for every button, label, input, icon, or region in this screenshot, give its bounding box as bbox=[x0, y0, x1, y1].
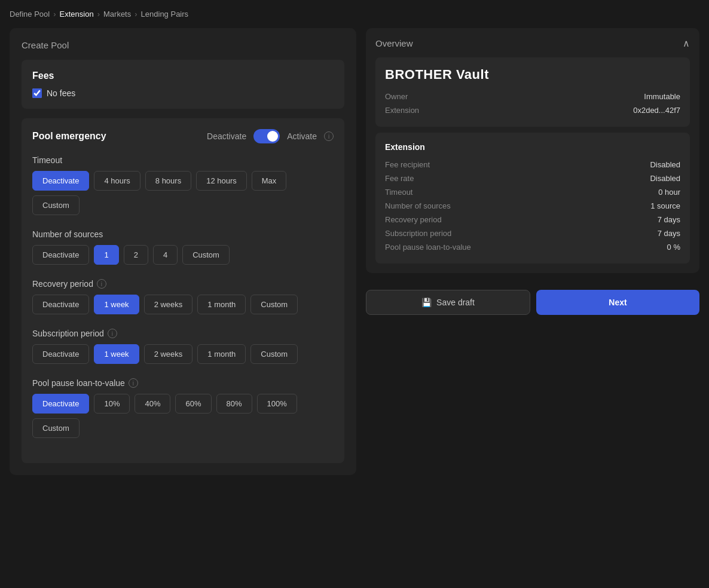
main-layout: Create Pool Fees No fees Pool emergency … bbox=[10, 28, 699, 475]
save-draft-label: Save draft bbox=[436, 298, 475, 307]
timeout-subsection: Timeout Deactivate 4 hours 8 hours 12 ho… bbox=[32, 155, 334, 215]
pause-ltv-60-btn[interactable]: 60% bbox=[175, 394, 211, 414]
save-icon: 💾 bbox=[421, 298, 432, 307]
fees-section: Fees No fees bbox=[22, 60, 344, 109]
action-row: 💾 Save draft Next bbox=[366, 290, 699, 315]
create-pool-title: Create Pool bbox=[22, 40, 344, 50]
vault-extension-val: 0x2ded...42f7 bbox=[633, 106, 680, 115]
sources-2-btn[interactable]: 2 bbox=[124, 245, 148, 265]
timeout-8h-btn[interactable]: 8 hours bbox=[145, 171, 191, 191]
breadcrumb-item-define-pool[interactable]: Define Pool bbox=[10, 10, 50, 19]
recovery-1week-btn[interactable]: 1 week bbox=[94, 295, 139, 314]
pause-ltv-80-btn[interactable]: 80% bbox=[216, 394, 252, 414]
recovery-subsection: Recovery period i Deactivate 1 week 2 we… bbox=[32, 279, 334, 314]
pause-ltv-custom-btn[interactable]: Custom bbox=[32, 418, 80, 438]
save-draft-button[interactable]: 💾 Save draft bbox=[366, 290, 530, 315]
ext-val-0: Disabled bbox=[650, 160, 680, 169]
breadcrumb-item-extension[interactable]: Extension bbox=[60, 10, 94, 19]
subscription-1week-btn[interactable]: 1 week bbox=[94, 344, 139, 364]
ext-key-0: Fee recipient bbox=[385, 160, 430, 169]
subscription-custom-btn[interactable]: Custom bbox=[250, 344, 298, 364]
left-panel: Create Pool Fees No fees Pool emergency … bbox=[10, 28, 356, 475]
extension-rows: Fee recipient Disabled Fee rate Disabled… bbox=[385, 158, 680, 254]
toggle-slider bbox=[253, 129, 280, 143]
timeout-btn-group: Deactivate 4 hours 8 hours 12 hours Max … bbox=[32, 171, 334, 215]
emergency-header: Pool emergency Deactivate Activate i bbox=[32, 129, 334, 143]
pause-ltv-btn-group: Deactivate 10% 40% 60% 80% 100% Custom bbox=[32, 394, 334, 438]
activate-label: Activate bbox=[287, 131, 317, 141]
emergency-info-icon[interactable]: i bbox=[324, 131, 334, 141]
ext-key-2: Timeout bbox=[385, 188, 412, 197]
vault-extension-key: Extension bbox=[385, 106, 419, 115]
vault-name: BROTHER Vault bbox=[385, 67, 680, 82]
timeout-custom-btn[interactable]: Custom bbox=[32, 195, 80, 215]
breadcrumb-sep-1: › bbox=[53, 10, 56, 19]
timeout-4h-btn[interactable]: 4 hours bbox=[94, 171, 140, 191]
recovery-1month-btn[interactable]: 1 month bbox=[197, 295, 246, 314]
overview-title: Overview bbox=[375, 38, 413, 48]
vault-owner-row: Owner Immutable bbox=[385, 90, 680, 103]
ext-val-4: 7 days bbox=[658, 215, 680, 224]
ext-key-6: Pool pause loan-to-value bbox=[385, 243, 471, 252]
collapse-button[interactable]: ∧ bbox=[683, 38, 690, 49]
breadcrumb: Define Pool › Extension › Markets › Lend… bbox=[10, 10, 699, 19]
ext-val-6: 0 % bbox=[667, 243, 680, 252]
pause-ltv-deactivate-btn[interactable]: Deactivate bbox=[32, 394, 89, 414]
emergency-title: Pool emergency bbox=[32, 131, 106, 142]
extension-details-title: Extension bbox=[385, 142, 680, 152]
sources-deactivate-btn[interactable]: Deactivate bbox=[32, 245, 89, 265]
recovery-info-icon[interactable]: i bbox=[97, 279, 106, 289]
pause-ltv-label: Pool pause loan-to-value i bbox=[32, 378, 334, 388]
ext-val-3: 1 source bbox=[650, 201, 680, 210]
subscription-label: Subscription period i bbox=[32, 329, 334, 338]
pause-ltv-10-btn[interactable]: 10% bbox=[94, 394, 130, 414]
no-fees-checkbox[interactable] bbox=[32, 88, 42, 98]
ext-row-5: Subscription period 7 days bbox=[385, 226, 680, 240]
ext-key-1: Fee rate bbox=[385, 174, 414, 183]
ext-key-5: Subscription period bbox=[385, 229, 451, 238]
pause-ltv-40-btn[interactable]: 40% bbox=[135, 394, 170, 414]
ext-key-4: Recovery period bbox=[385, 215, 442, 224]
no-fees-label[interactable]: No fees bbox=[47, 88, 75, 98]
sources-1-btn[interactable]: 1 bbox=[94, 245, 118, 265]
sources-subsection: Number of sources Deactivate 1 2 4 Custo… bbox=[32, 229, 334, 265]
right-panel: Overview ∧ BROTHER Vault Owner Immutable… bbox=[366, 28, 699, 475]
breadcrumb-item-markets[interactable]: Markets bbox=[103, 10, 131, 19]
subscription-info-icon[interactable]: i bbox=[108, 329, 117, 338]
timeout-label: Timeout bbox=[32, 155, 334, 165]
vault-owner-key: Owner bbox=[385, 92, 408, 101]
timeout-12h-btn[interactable]: 12 hours bbox=[196, 171, 247, 191]
pause-ltv-100-btn[interactable]: 100% bbox=[257, 394, 297, 414]
breadcrumb-sep-2: › bbox=[97, 10, 100, 19]
vault-extension-row: Extension 0x2ded...42f7 bbox=[385, 103, 680, 117]
ext-val-2: 0 hour bbox=[658, 188, 680, 197]
sources-custom-btn[interactable]: Custom bbox=[182, 245, 230, 265]
breadcrumb-item-lending-pairs[interactable]: Lending Pairs bbox=[141, 10, 189, 19]
timeout-deactivate-btn[interactable]: Deactivate bbox=[32, 171, 89, 191]
no-fees-row: No fees bbox=[32, 88, 334, 98]
ext-row-6: Pool pause loan-to-value 0 % bbox=[385, 240, 680, 254]
ext-row-1: Fee rate Disabled bbox=[385, 172, 680, 185]
recovery-label: Recovery period i bbox=[32, 279, 334, 289]
sources-btn-group: Deactivate 1 2 4 Custom bbox=[32, 245, 334, 265]
vault-owner-val: Immutable bbox=[644, 92, 680, 101]
emergency-toggle[interactable] bbox=[253, 129, 280, 143]
recovery-2weeks-btn[interactable]: 2 weeks bbox=[144, 295, 193, 314]
emergency-section: Pool emergency Deactivate Activate i Tim… bbox=[22, 118, 344, 463]
timeout-max-btn[interactable]: Max bbox=[252, 171, 287, 191]
sources-4-btn[interactable]: 4 bbox=[153, 245, 178, 265]
subscription-deactivate-btn[interactable]: Deactivate bbox=[32, 344, 89, 364]
sources-label: Number of sources bbox=[32, 229, 334, 239]
recovery-deactivate-btn[interactable]: Deactivate bbox=[32, 295, 89, 314]
recovery-btn-group: Deactivate 1 week 2 weeks 1 month Custom bbox=[32, 295, 334, 314]
ext-row-4: Recovery period 7 days bbox=[385, 213, 680, 226]
subscription-1month-btn[interactable]: 1 month bbox=[197, 344, 246, 364]
recovery-custom-btn[interactable]: Custom bbox=[250, 295, 298, 314]
subscription-subsection: Subscription period i Deactivate 1 week … bbox=[32, 329, 334, 364]
subscription-2weeks-btn[interactable]: 2 weeks bbox=[144, 344, 193, 364]
overview-card: Overview ∧ BROTHER Vault Owner Immutable… bbox=[366, 28, 699, 273]
next-button[interactable]: Next bbox=[536, 290, 699, 315]
overview-header: Overview ∧ bbox=[375, 38, 690, 49]
pause-ltv-info-icon[interactable]: i bbox=[129, 378, 138, 388]
ext-row-3: Number of sources 1 source bbox=[385, 199, 680, 213]
